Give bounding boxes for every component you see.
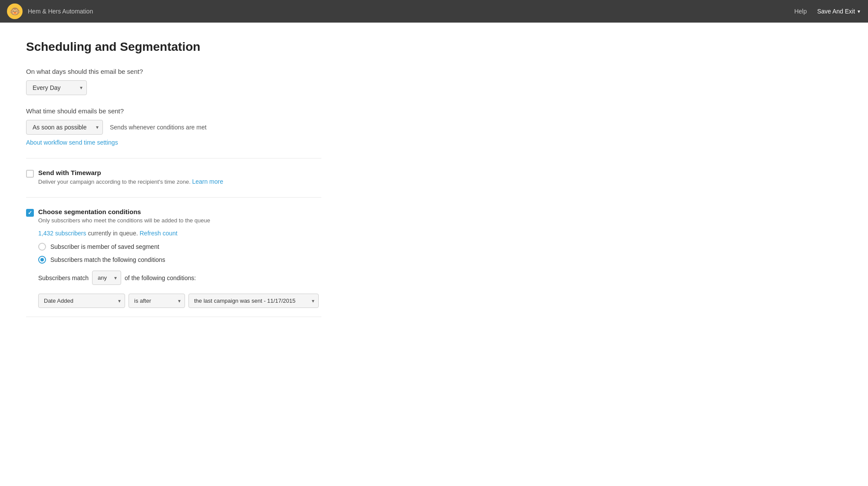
- radio-match-conditions-label: Subscribers match the following conditio…: [50, 256, 165, 263]
- timewarp-label-group: Send with Timewarp Deliver your campaign…: [38, 169, 321, 185]
- top-navigation: 🐵 Hem & Hers Automation Help Save And Ex…: [0, 0, 868, 23]
- workflow-settings-link[interactable]: About workflow send time settings: [26, 139, 118, 146]
- refresh-count-link[interactable]: Refresh count: [139, 230, 177, 237]
- days-select[interactable]: Every Day Weekdays Weekends: [26, 80, 87, 95]
- radio-saved-segment-label: Subscriber is member of saved segment: [50, 243, 159, 250]
- condition-field-select[interactable]: Date Added Email Address First Name Last…: [38, 294, 125, 308]
- divider-2: [26, 197, 321, 198]
- main-content: Scheduling and Segmentation On what days…: [0, 23, 347, 347]
- nav-left: 🐵 Hem & Hers Automation: [7, 3, 93, 19]
- divider-1: [26, 158, 321, 159]
- timewarp-description: Deliver your campaign according to the r…: [38, 178, 321, 185]
- brand-logo: 🐵: [7, 3, 23, 19]
- time-select[interactable]: As soon as possible 8:00 AM 9:00 AM 10:0…: [26, 120, 103, 135]
- segmentation-description: Only subscribers who meet the conditions…: [38, 217, 321, 224]
- time-question: What time should emails be sent?: [26, 107, 321, 115]
- condition-value-wrapper: the last campaign was sent - 11/17/2015 …: [188, 294, 319, 308]
- save-exit-caret-icon: ▼: [857, 9, 861, 14]
- match-suffix: of the following conditions:: [125, 274, 196, 281]
- days-select-wrapper: Every Day Weekdays Weekends ▾: [26, 80, 87, 95]
- condition-operator-select[interactable]: is after is before is is not: [129, 294, 185, 308]
- subscriber-count-link[interactable]: 1,432 subscribers: [38, 230, 86, 237]
- logo-emoji: 🐵: [10, 6, 20, 17]
- segmentation-label-group: Choose segmentation conditions Only subs…: [38, 208, 321, 224]
- timewarp-row: Send with Timewarp Deliver your campaign…: [26, 169, 321, 185]
- days-section: On what days should this email be sent? …: [26, 68, 321, 95]
- segmentation-section: Choose segmentation conditions Only subs…: [26, 208, 321, 317]
- condition-operator-wrapper: is after is before is is not ▾: [129, 294, 185, 308]
- bottom-border: [26, 317, 321, 317]
- segmentation-row: Choose segmentation conditions Only subs…: [26, 208, 321, 224]
- match-prefix: Subscribers match: [38, 274, 89, 281]
- condition-value-select[interactable]: the last campaign was sent - 11/17/2015 …: [188, 294, 319, 308]
- timewarp-label: Send with Timewarp: [38, 169, 321, 176]
- timewarp-section: Send with Timewarp Deliver your campaign…: [26, 169, 321, 185]
- condition-field-wrapper: Date Added Email Address First Name Last…: [38, 294, 125, 308]
- help-button[interactable]: Help: [794, 8, 807, 15]
- radio-match-conditions[interactable]: Subscribers match the following conditio…: [38, 256, 321, 264]
- match-select[interactable]: any all: [92, 271, 121, 285]
- match-row: Subscribers match any all ▾ of the follo…: [38, 271, 321, 285]
- page-title: Scheduling and Segmentation: [26, 40, 321, 54]
- match-select-wrapper: any all ▾: [92, 271, 121, 285]
- days-question: On what days should this email be sent?: [26, 68, 321, 75]
- subscriber-count-text: currently in queue.: [88, 230, 138, 237]
- time-row: As soon as possible 8:00 AM 9:00 AM 10:0…: [26, 120, 321, 135]
- condition-row: Date Added Email Address First Name Last…: [38, 294, 321, 308]
- radio-saved-segment-button[interactable]: [38, 243, 46, 251]
- segmentation-checkbox[interactable]: [26, 209, 34, 217]
- radio-saved-segment[interactable]: Subscriber is member of saved segment: [38, 243, 321, 251]
- segmentation-label: Choose segmentation conditions: [38, 208, 321, 215]
- time-section: What time should emails be sent? As soon…: [26, 107, 321, 146]
- time-select-wrapper: As soon as possible 8:00 AM 9:00 AM 10:0…: [26, 120, 103, 135]
- save-exit-button[interactable]: Save And Exit ▼: [817, 8, 861, 15]
- timewarp-checkbox[interactable]: [26, 170, 34, 178]
- radio-match-conditions-button[interactable]: [38, 256, 46, 264]
- sends-note: Sends whenever conditions are met: [110, 124, 207, 131]
- timewarp-learn-more-link[interactable]: Learn more: [192, 178, 223, 185]
- nav-right: Help Save And Exit ▼: [794, 8, 861, 15]
- subscriber-count-row: 1,432 subscribers currently in queue. Re…: [38, 230, 321, 237]
- brand-name: Hem & Hers Automation: [28, 8, 93, 15]
- radio-group: Subscriber is member of saved segment Su…: [38, 243, 321, 264]
